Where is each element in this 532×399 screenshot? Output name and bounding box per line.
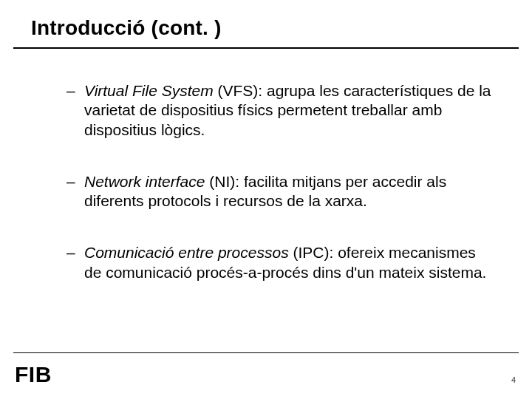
footer-divider bbox=[13, 352, 519, 353]
bullet-term: Comunicació entre processos bbox=[84, 244, 289, 261]
slide: Introducció (cont. ) – Virtual File Syst… bbox=[0, 0, 532, 399]
list-item: – Network interface (NI): facilita mitja… bbox=[66, 172, 495, 211]
bullet-term: Virtual File System bbox=[84, 82, 214, 99]
bullet-term: Network interface bbox=[84, 173, 205, 190]
slide-title: Introducció (cont. ) bbox=[31, 16, 222, 40]
list-item: – Virtual File System (VFS): agrupa les … bbox=[66, 81, 495, 140]
bullet-dash-icon: – bbox=[66, 172, 75, 191]
content-area: – Virtual File System (VFS): agrupa les … bbox=[66, 81, 495, 315]
fib-logo: FIB bbox=[15, 364, 52, 386]
title-divider bbox=[13, 47, 519, 49]
list-item: – Comunicació entre processos (IPC): ofe… bbox=[66, 243, 495, 282]
bullet-dash-icon: – bbox=[66, 81, 75, 100]
bullet-dash-icon: – bbox=[66, 243, 75, 262]
page-number: 4 bbox=[511, 375, 516, 384]
